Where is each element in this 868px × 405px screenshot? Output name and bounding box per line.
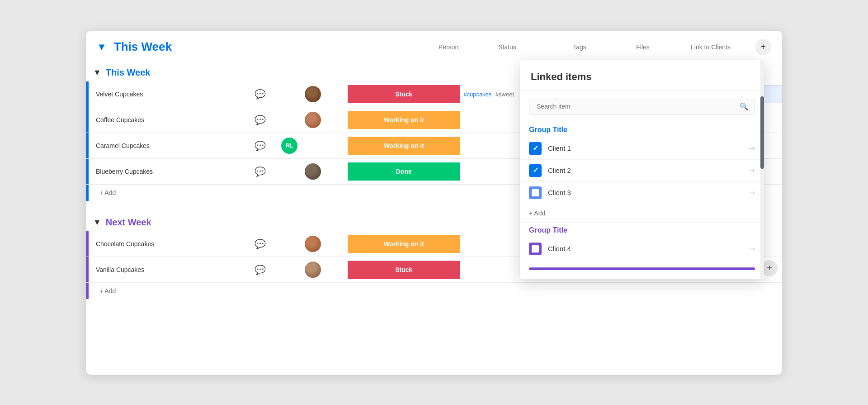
list-item[interactable]: ✓ Client 2 ↗: [520, 160, 764, 182]
avatar: [305, 236, 321, 252]
linked-items-panel: Linked items 🔍 Group Title ✓ Client 1 ↗: [520, 60, 764, 279]
comment-cell[interactable]: 💬: [243, 231, 278, 257]
next-week-title: Next Week: [106, 217, 151, 228]
board-title-icon: ▼: [97, 41, 107, 53]
expand-icon[interactable]: ↗: [747, 143, 757, 153]
add-item-button[interactable]: + Add: [89, 185, 127, 201]
status-cell[interactable]: Done: [348, 158, 460, 184]
add-item-button[interactable]: + Add: [89, 283, 127, 299]
list-item[interactable]: Client 3 ↗: [520, 182, 764, 204]
person-cell[interactable]: RL: [278, 133, 348, 158]
person-cell[interactable]: [278, 231, 348, 257]
linked-item-name: Client 2: [548, 167, 743, 174]
col-header-link: Link to Clients: [670, 43, 751, 51]
avatar: [305, 86, 321, 102]
comment-cell[interactable]: 💬: [243, 158, 278, 184]
search-icon: 🔍: [740, 102, 749, 110]
checkbox-client3[interactable]: [529, 186, 542, 199]
comment-icon[interactable]: 💬: [255, 115, 266, 125]
scrollbar-thumb[interactable]: [760, 96, 764, 169]
status-cell[interactable]: Working on it: [348, 107, 460, 133]
item-name[interactable]: Caramel Cupcakes: [89, 133, 243, 158]
item-name[interactable]: Velvet Cupcakes: [89, 81, 243, 107]
status-cell[interactable]: Stuck: [348, 81, 460, 107]
avatar: [305, 163, 321, 180]
status-badge[interactable]: Working on it: [348, 235, 460, 253]
col-header-person: Person: [426, 43, 471, 51]
linked-panel-scroll: Group Title ✓ Client 1 ↗ ✓ Client 2 ↗: [520, 122, 764, 279]
board-header: ▼ This Week Person Status Tags Files Lin…: [86, 31, 782, 60]
group2-indicator: [529, 267, 755, 270]
checkbox-inner: [532, 245, 539, 253]
comment-cell[interactable]: 💬: [243, 107, 278, 133]
item-name[interactable]: Blueberry Cupcakes: [89, 158, 243, 184]
avatar: [305, 112, 321, 128]
checkbox-client2[interactable]: ✓: [529, 164, 542, 177]
avatar: [305, 262, 321, 278]
comment-icon[interactable]: 💬: [255, 239, 266, 249]
comment-icon[interactable]: 💬: [255, 89, 266, 99]
status-badge[interactable]: Working on it: [348, 111, 460, 129]
linked-panel-title: Linked items: [520, 60, 764, 91]
status-badge[interactable]: Stuck: [348, 261, 460, 279]
expand-icon[interactable]: ↗: [747, 187, 757, 198]
person-cell[interactable]: [278, 81, 348, 107]
scrollbar-track: [760, 60, 764, 279]
column-headers: Person Status Tags Files Link to Clients…: [179, 39, 771, 55]
checkbox-inner: [532, 189, 539, 196]
status-cell[interactable]: Working on it: [348, 133, 460, 158]
comment-icon[interactable]: 💬: [255, 167, 266, 176]
linked-item-name: Client 3: [548, 189, 743, 196]
tag-sweet[interactable]: #sweet: [495, 91, 514, 98]
linked-item-name: Client 1: [548, 144, 743, 152]
main-content: ▼ This Week Velvet Cupcakes 💬: [86, 60, 782, 308]
col-header-files: Files: [616, 43, 670, 51]
check-mark: ✓: [533, 166, 538, 175]
item-name[interactable]: Vanilla Cupcakes: [89, 257, 243, 282]
checkbox-client1[interactable]: ✓: [529, 142, 542, 155]
list-item[interactable]: Client 4 ↗: [520, 238, 764, 260]
comment-icon[interactable]: 💬: [255, 265, 266, 275]
linked-add-button[interactable]: + Add: [520, 204, 764, 223]
comment-cell[interactable]: 💬: [243, 133, 278, 158]
status-badge[interactable]: Done: [348, 162, 460, 181]
app-container: ▼ This Week Person Status Tags Files Lin…: [86, 31, 782, 375]
status-badge[interactable]: Stuck: [348, 85, 460, 103]
expand-icon[interactable]: ↗: [747, 165, 757, 176]
linked-item-name: Client 4: [548, 245, 743, 253]
linked-group2-title: Group Title: [520, 223, 764, 238]
add-row: + Add: [86, 282, 782, 299]
status-badge[interactable]: Working on it: [348, 137, 460, 155]
search-input[interactable]: [529, 98, 755, 115]
col-header-status: Status: [471, 43, 543, 51]
linked-search-container: 🔍: [520, 91, 764, 122]
checkbox-client4[interactable]: [529, 243, 542, 255]
person-cell[interactable]: [278, 257, 348, 282]
linked-add-label: + Add: [529, 210, 545, 217]
person-cell[interactable]: [278, 107, 348, 133]
next-week-collapse-icon[interactable]: ▼: [93, 218, 101, 227]
status-cell[interactable]: Stuck: [348, 257, 460, 282]
item-name[interactable]: Chocolate Cupcakes: [89, 231, 243, 257]
comment-cell[interactable]: 💬: [243, 257, 278, 282]
this-week-title: This Week: [106, 67, 151, 78]
comment-icon[interactable]: 💬: [255, 141, 266, 151]
status-cell[interactable]: Working on it: [348, 231, 460, 257]
add-item-cell[interactable]: + Add: [89, 282, 782, 299]
person-cell[interactable]: [278, 158, 348, 184]
tag-cupcakes[interactable]: #cupcakes: [463, 91, 491, 98]
this-week-collapse-icon[interactable]: ▼: [93, 68, 101, 77]
check-mark: ✓: [533, 144, 538, 152]
comment-cell[interactable]: 💬: [243, 81, 278, 107]
linked-group1-title: Group Title: [520, 122, 764, 138]
item-name[interactable]: Coffee Cupcakes: [89, 107, 243, 133]
board-title: This Week: [114, 40, 172, 54]
expand-icon[interactable]: ↗: [747, 243, 757, 254]
add-column-button[interactable]: +: [755, 39, 771, 55]
col-header-tags: Tags: [543, 43, 616, 51]
avatar-initials: RL: [281, 138, 297, 154]
list-item[interactable]: ✓ Client 1 ↗: [520, 138, 764, 160]
